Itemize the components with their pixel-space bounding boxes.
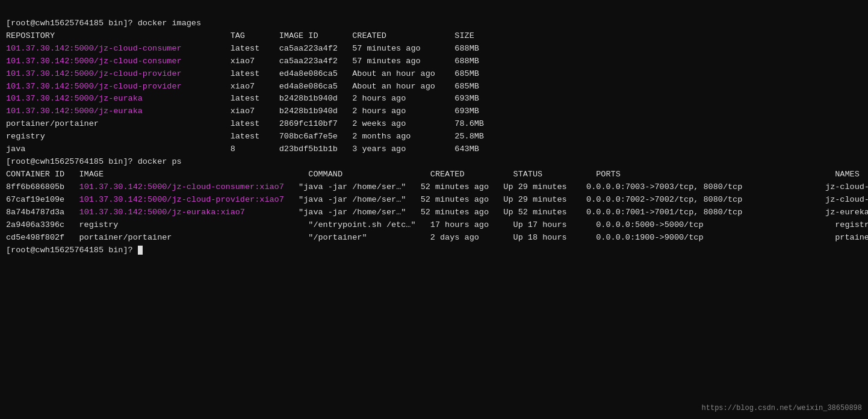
terminal-output: [root@cwh15625764185 bin]? docker images… xyxy=(6,5,862,256)
watermark: https://blog.csdn.net/weixin_38650898 xyxy=(702,403,862,414)
cmd-docker-images: [root@cwh15625764185 bin]? docker images… xyxy=(6,19,868,255)
